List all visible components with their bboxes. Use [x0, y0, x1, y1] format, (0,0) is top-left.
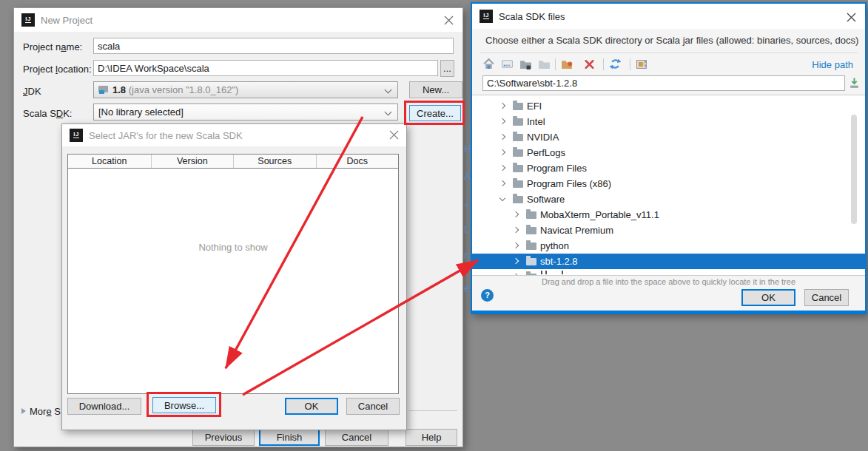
chevron-right-icon[interactable]	[513, 243, 519, 248]
show-modules-icon[interactable]	[636, 58, 648, 70]
tree-item-efi[interactable]: EFI	[472, 98, 865, 114]
jar-table: Location Version Sources Docs Nothing to…	[67, 154, 399, 394]
tree-item-perflogs[interactable]: PerfLogs	[472, 145, 865, 160]
desktop-background: IJ New Project Project name: Project loc…	[0, 0, 868, 451]
jdk-select[interactable]: 1.8 (java version "1.8.0_162")	[93, 81, 398, 98]
path-input[interactable]	[482, 75, 845, 91]
home-icon[interactable]	[482, 58, 495, 70]
tree-item-software[interactable]: Software	[472, 191, 865, 207]
text-fragment: t	[464, 223, 467, 235]
tree-item-mobaxterm[interactable]: MobaXterm_Portable_v11.1	[472, 207, 865, 223]
collapse-folder-icon[interactable]	[519, 58, 532, 70]
chevron-down-icon	[385, 109, 392, 116]
locate-file-icon[interactable]	[848, 77, 861, 89]
column-docs[interactable]: Docs	[316, 155, 399, 168]
folder-icon	[526, 258, 536, 265]
more-settings-label[interactable]: More S	[30, 406, 61, 417]
clipped-text	[562, 271, 563, 274]
jdk-new-button[interactable]: New...	[409, 81, 462, 98]
tree-item-nvidia[interactable]: NVIDIA	[472, 129, 865, 145]
delete-icon[interactable]	[583, 58, 596, 70]
divider	[409, 410, 457, 411]
browse-button[interactable]: Browse...	[152, 397, 216, 413]
scrollbar[interactable]	[851, 115, 857, 224]
hide-path-link[interactable]: Hide path	[812, 59, 853, 70]
chevron-right-icon[interactable]	[499, 118, 505, 124]
chevron-right-icon[interactable]	[499, 103, 505, 109]
scala-sdk-label: Scala SDK:	[23, 108, 73, 119]
ok-button[interactable]: OK	[285, 398, 338, 415]
chevron-right-icon[interactable]	[513, 211, 519, 217]
project-location-label: Project location:	[23, 64, 92, 75]
column-sources[interactable]: Sources	[233, 155, 316, 168]
intellij-logo-icon: IJ	[70, 129, 83, 142]
text-fragment: Al	[464, 170, 471, 182]
text-fragment: H	[464, 143, 471, 155]
jdk-detail: (java version "1.8.0_162")	[126, 84, 238, 95]
tree-item-program-files-x86[interactable]: Program Files (x86)	[472, 176, 865, 191]
chevron-right-icon[interactable]	[513, 274, 519, 276]
chevron-right-icon[interactable]	[499, 165, 505, 171]
close-icon[interactable]	[847, 13, 856, 22]
file-tree: EFI Intel NVIDIA PerfLogs Program Files	[472, 95, 865, 276]
jdk-label: JDK	[23, 86, 41, 97]
download-button[interactable]: Download...	[67, 398, 141, 415]
chevron-right-icon[interactable]	[513, 227, 519, 233]
folder-icon	[526, 211, 536, 219]
intellij-logo-icon: IJ	[480, 10, 493, 23]
help-button[interactable]: Help	[406, 429, 457, 446]
tree-item-partial[interactable]	[472, 269, 865, 276]
chevron-right-icon[interactable]	[499, 180, 505, 186]
folder-icon	[513, 118, 523, 126]
divider	[480, 52, 858, 53]
new-project-titlebar: IJ New Project	[14, 8, 462, 32]
tree-item-python[interactable]: python	[472, 238, 865, 254]
column-location[interactable]: Location	[68, 155, 151, 168]
chevron-right-icon[interactable]	[513, 258, 519, 264]
background-text-fragments: H Al + t n e	[464, 0, 471, 451]
sdk-files-titlebar: IJ Scala SDK files	[472, 4, 865, 29]
cancel-button[interactable]: Cancel	[325, 429, 388, 446]
location-browse-button[interactable]: ...	[440, 60, 454, 77]
folder-icon	[513, 180, 523, 188]
drag-drop-hint: Drag and drop a file into the space abov…	[472, 277, 865, 286]
tree-item-intel[interactable]: Intel	[472, 114, 865, 129]
desktop-icon[interactable]	[501, 58, 514, 70]
toolbar-divider	[630, 58, 630, 70]
project-location-input[interactable]	[93, 60, 438, 76]
more-settings-expander-icon[interactable]	[21, 408, 26, 414]
folder-icon	[513, 103, 523, 110]
chevron-right-icon[interactable]	[499, 149, 505, 155]
finish-button[interactable]: Finish	[259, 429, 320, 446]
close-icon[interactable]	[444, 16, 454, 25]
select-jars-title: Select JAR's for the new Scala SDK	[89, 130, 243, 141]
scala-sdk-value: [No library selected]	[98, 106, 184, 118]
tree-item-sbt-1.2.8[interactable]: sbt-1.2.8	[472, 254, 865, 269]
cancel-button[interactable]: Cancel	[804, 289, 849, 306]
jdk-version: 1.8	[112, 84, 126, 95]
chevron-right-icon[interactable]	[499, 134, 505, 140]
tree-item-navicat-premium[interactable]: Navicat Premium	[472, 223, 865, 238]
scala-sdk-select[interactable]: [No library selected]	[93, 104, 398, 121]
project-name-label: Project name:	[23, 41, 82, 52]
column-version[interactable]: Version	[151, 155, 234, 168]
folder-icon[interactable]	[538, 58, 551, 70]
help-icon[interactable]: ?	[481, 289, 494, 302]
previous-button[interactable]: Previous	[192, 429, 255, 446]
select-jars-titlebar: IJ Select JAR's for the new Scala SDK	[62, 124, 406, 146]
chevron-down-icon[interactable]	[499, 195, 505, 201]
cancel-button[interactable]: Cancel	[346, 398, 400, 415]
empty-table-message: Nothing to show	[198, 242, 267, 253]
close-icon[interactable]	[389, 130, 399, 140]
ok-button[interactable]: OK	[741, 289, 795, 306]
jar-table-header: Location Version Sources Docs	[68, 155, 398, 169]
tree-item-program-files[interactable]: Program Files	[472, 160, 865, 176]
text-fragment: +	[464, 199, 470, 211]
folder-icon	[513, 149, 523, 157]
scala-sdk-files-dialog: IJ Scala SDK files Choose either a Scala…	[471, 2, 867, 314]
project-name-input[interactable]	[93, 38, 454, 54]
refresh-icon[interactable]	[609, 58, 622, 70]
new-folder-icon[interactable]	[561, 58, 573, 70]
new-project-title: New Project	[41, 15, 92, 26]
scala-sdk-create-button[interactable]: Create...	[409, 105, 461, 121]
